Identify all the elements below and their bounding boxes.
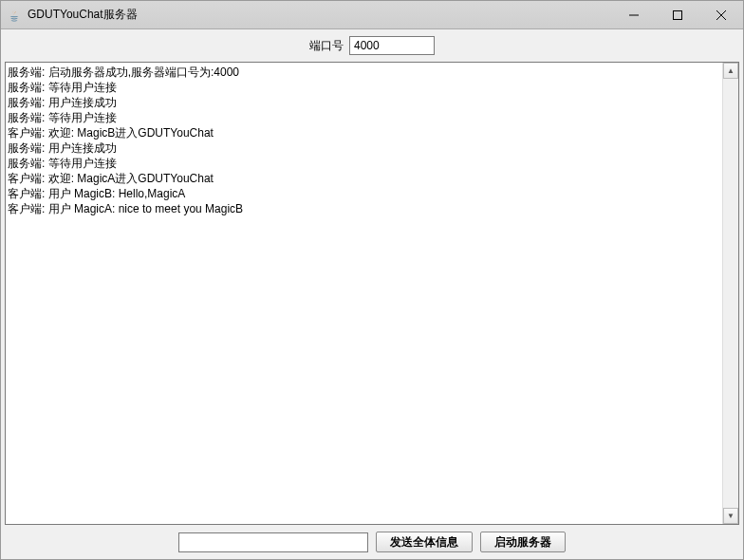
minimize-button[interactable] — [612, 1, 656, 29]
start-server-button[interactable]: 启动服务器 — [480, 532, 566, 552]
scroll-up-arrow-icon[interactable]: ▲ — [723, 63, 738, 79]
window-controls — [612, 1, 743, 29]
close-button[interactable] — [699, 1, 743, 29]
log-line: 客户端: 欢迎: MagicB进入GDUTYouChat — [8, 125, 720, 140]
log-line: 客户端: 用户 MagicA: nice to meet you MagicB — [8, 201, 720, 216]
svg-rect-1 — [674, 11, 682, 20]
content-pane: 端口号 服务端: 启动服务器成功,服务器端口号为:4000服务端: 等待用户连接… — [1, 29, 743, 559]
log-line: 服务端: 启动服务器成功,服务器端口号为:4000 — [8, 65, 720, 80]
port-label: 端口号 — [309, 38, 344, 54]
log-line: 服务端: 用户连接成功 — [8, 140, 720, 156]
log-panel: 服务端: 启动服务器成功,服务器端口号为:4000服务端: 等待用户连接服务端:… — [5, 62, 739, 525]
scroll-down-arrow-icon[interactable]: ▼ — [723, 508, 738, 524]
log-textarea[interactable]: 服务端: 启动服务器成功,服务器端口号为:4000服务端: 等待用户连接服务端:… — [6, 63, 722, 524]
log-line: 服务端: 等待用户连接 — [8, 80, 720, 95]
maximize-button[interactable] — [656, 1, 699, 29]
log-line: 服务端: 用户连接成功 — [8, 95, 720, 110]
java-icon — [7, 8, 22, 23]
bottom-toolbar: 发送全体信息 启动服务器 — [5, 529, 739, 555]
message-input[interactable] — [178, 532, 368, 552]
vertical-scrollbar[interactable]: ▲ ▼ — [722, 63, 738, 524]
log-line: 客户端: 欢迎: MagicA进入GDUTYouChat — [8, 171, 720, 186]
titlebar: GDUTYouChat服务器 — [1, 1, 743, 29]
port-row: 端口号 — [5, 33, 739, 58]
log-line: 客户端: 用户 MagicB: Hello,MagicA — [8, 186, 720, 201]
scroll-track[interactable] — [723, 79, 738, 508]
log-line: 服务端: 等待用户连接 — [8, 110, 720, 125]
port-input[interactable] — [349, 36, 435, 55]
app-window: GDUTYouChat服务器 端口号 服务端: 启动服务器成功,服务器端口号为:… — [0, 0, 744, 560]
log-line: 服务端: 等待用户连接 — [8, 156, 720, 171]
send-all-button[interactable]: 发送全体信息 — [376, 532, 473, 552]
window-title: GDUTYouChat服务器 — [28, 7, 138, 23]
